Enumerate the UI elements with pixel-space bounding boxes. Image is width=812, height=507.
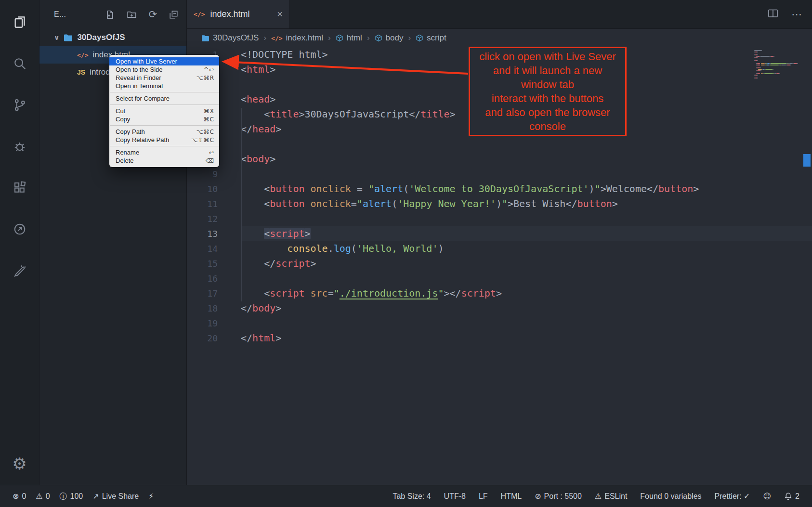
code-text: console.log('Hello, World') bbox=[241, 241, 812, 256]
status-found-variables[interactable]: Found 0 variables bbox=[640, 492, 701, 501]
line-number: 17 bbox=[187, 286, 218, 301]
code-text: <button onclick="alert('Happy New Year!'… bbox=[241, 196, 812, 211]
split-editor-icon[interactable] bbox=[767, 8, 779, 21]
menu-item-copy-relative-path[interactable]: Copy Relative Path⌥⇧⌘C bbox=[109, 136, 219, 144]
code-line[interactable]: 19 bbox=[187, 316, 812, 331]
status-feedback-smiley[interactable]: ☺ bbox=[763, 493, 771, 500]
status-encoding[interactable]: UTF-8 bbox=[444, 492, 466, 501]
breadcrumb-item-index-html[interactable]: </>index.html bbox=[271, 33, 323, 43]
code-text bbox=[241, 316, 812, 331]
live-share-icon: ↗ bbox=[92, 493, 99, 500]
activity-settings-button[interactable]: ⚙ bbox=[7, 451, 32, 476]
breadcrumb-item-body[interactable]: body bbox=[375, 33, 404, 43]
code-text: <body> bbox=[241, 152, 812, 167]
breadcrumb-separator: › bbox=[367, 33, 370, 43]
html-file-icon: </> bbox=[194, 11, 205, 18]
code-text bbox=[241, 271, 812, 286]
pen-icon bbox=[13, 263, 27, 278]
activity-source-control-button[interactable] bbox=[7, 92, 32, 117]
menu-shortcut: ⌫ bbox=[206, 157, 214, 164]
status-tab-size[interactable]: Tab Size: 4 bbox=[393, 492, 431, 501]
code-line[interactable]: 7 bbox=[187, 137, 812, 152]
status-notifications[interactable]: 2 bbox=[784, 492, 799, 501]
menu-item-reveal-in-finder[interactable]: Reveal in Finder⌥⌘R bbox=[109, 74, 219, 82]
menu-item-cut[interactable]: Cut⌘X bbox=[109, 107, 219, 115]
minimap[interactable] bbox=[754, 50, 799, 79]
status-eol[interactable]: LF bbox=[479, 492, 488, 501]
symbol-cube-icon bbox=[375, 34, 382, 42]
menu-item-rename[interactable]: Rename↩ bbox=[109, 148, 219, 156]
status-problems-info[interactable]: ⓘ100 bbox=[60, 492, 83, 501]
breadcrumb-item-html[interactable]: html bbox=[336, 33, 362, 43]
search-icon bbox=[13, 56, 27, 71]
code-line[interactable]: 11 <button onclick="alert('Happy New Yea… bbox=[187, 196, 812, 211]
new-file-icon[interactable] bbox=[105, 10, 115, 20]
breadcrumb-item-30daysofjs[interactable]: 30DaysOfJS bbox=[201, 33, 259, 43]
new-folder-icon[interactable] bbox=[127, 10, 137, 20]
menu-separator bbox=[110, 146, 219, 146]
collapse-folders-icon[interactable] bbox=[169, 10, 179, 20]
more-actions-icon[interactable]: ⋯ bbox=[791, 8, 802, 20]
line-number: 19 bbox=[187, 316, 218, 331]
status-prettier[interactable]: Prettier: ✓ bbox=[715, 492, 750, 501]
problems-warnings-icon: ⚠ bbox=[36, 493, 42, 500]
status-live-server-port[interactable]: ⊘Port : 5500 bbox=[535, 492, 582, 501]
menu-item-copy-path[interactable]: Copy Path⌥⌘C bbox=[109, 128, 219, 136]
menu-item-open-with-live-server[interactable]: Open with Live Server bbox=[109, 57, 219, 65]
menu-item-open-to-the-side[interactable]: Open to the Side^↩ bbox=[109, 65, 219, 74]
code-text bbox=[241, 137, 812, 152]
activity-live-share-button[interactable] bbox=[7, 217, 32, 242]
menu-item-delete[interactable]: Delete⌫ bbox=[109, 156, 219, 165]
code-line[interactable]: 10 <button onclick = "alert('Welcome to … bbox=[187, 182, 812, 196]
code-line[interactable]: 8<body> bbox=[187, 152, 812, 167]
code-text: </html> bbox=[241, 331, 812, 346]
status-problems-warnings[interactable]: ⚠0 bbox=[36, 492, 50, 501]
code-line[interactable]: 12 bbox=[187, 211, 812, 226]
editor-actions: ⋯ bbox=[767, 0, 812, 28]
status-eslint[interactable]: ⚠ESLint bbox=[595, 492, 627, 501]
code-line[interactable]: 9 bbox=[187, 167, 812, 182]
status-problems-errors[interactable]: ⊗0 bbox=[13, 492, 26, 501]
problems-errors-icon: ⊗ bbox=[13, 493, 19, 500]
folder-row-30daysofjs[interactable]: ∨ 30DaysOfJS bbox=[39, 29, 186, 46]
refresh-icon[interactable]: ⟳ bbox=[148, 10, 157, 20]
breadcrumb-item-script[interactable]: script bbox=[416, 33, 446, 43]
activity-extensions-button[interactable] bbox=[7, 175, 32, 200]
folder-icon bbox=[201, 35, 210, 42]
code-line[interactable]: 13 <script> bbox=[187, 226, 812, 241]
activity-search-button[interactable] bbox=[7, 51, 32, 76]
activity-edit-session-button[interactable] bbox=[7, 258, 32, 283]
code-line[interactable]: 18</body> bbox=[187, 301, 812, 316]
code-text: </script> bbox=[241, 256, 812, 271]
extensions-icon bbox=[13, 181, 27, 195]
annotation-text: click on open with Live Severand it will… bbox=[479, 50, 616, 133]
close-icon[interactable]: × bbox=[277, 9, 283, 20]
code-line[interactable]: 15 </script> bbox=[187, 256, 812, 271]
breadcrumb-separator: › bbox=[408, 33, 411, 43]
live-server-port-icon: ⊘ bbox=[535, 493, 541, 500]
code-line[interactable]: 20</html> bbox=[187, 331, 812, 346]
code-text bbox=[241, 167, 812, 182]
code-line[interactable]: 16 bbox=[187, 271, 812, 286]
code-line[interactable]: 17 <script src="./introduction.js"></scr… bbox=[187, 286, 812, 301]
overview-ruler-marker bbox=[803, 154, 811, 167]
code-line[interactable]: 14 console.log('Hello, World') bbox=[187, 241, 812, 256]
context-menu: Open with Live ServerOpen to the Side^↩R… bbox=[109, 55, 219, 167]
menu-shortcut: ⌥⇧⌘C bbox=[191, 137, 214, 143]
activity-run-debug-button[interactable] bbox=[7, 134, 32, 159]
menu-item-open-in-terminal[interactable]: Open in Terminal bbox=[109, 82, 219, 90]
code-text bbox=[241, 211, 812, 226]
line-number: 16 bbox=[187, 271, 218, 286]
status-live-server-flash[interactable]: ⚡ bbox=[148, 493, 154, 500]
tab-index-html[interactable]: </> index.html × bbox=[187, 0, 290, 28]
activity-explorer-button[interactable] bbox=[7, 10, 32, 35]
status-live-share[interactable]: ↗Live Share bbox=[92, 492, 139, 501]
tab-label: index.html bbox=[210, 9, 249, 19]
menu-item-select-for-compare[interactable]: Select for Compare bbox=[109, 94, 219, 103]
menu-shortcut: ↩ bbox=[209, 149, 214, 156]
code-text: <button onclick = "alert('Welcome to 30D… bbox=[241, 182, 812, 196]
line-number: 11 bbox=[187, 196, 218, 211]
menu-item-copy[interactable]: Copy⌘C bbox=[109, 115, 219, 123]
status-language-mode[interactable]: HTML bbox=[501, 492, 522, 501]
menu-separator bbox=[110, 92, 219, 92]
